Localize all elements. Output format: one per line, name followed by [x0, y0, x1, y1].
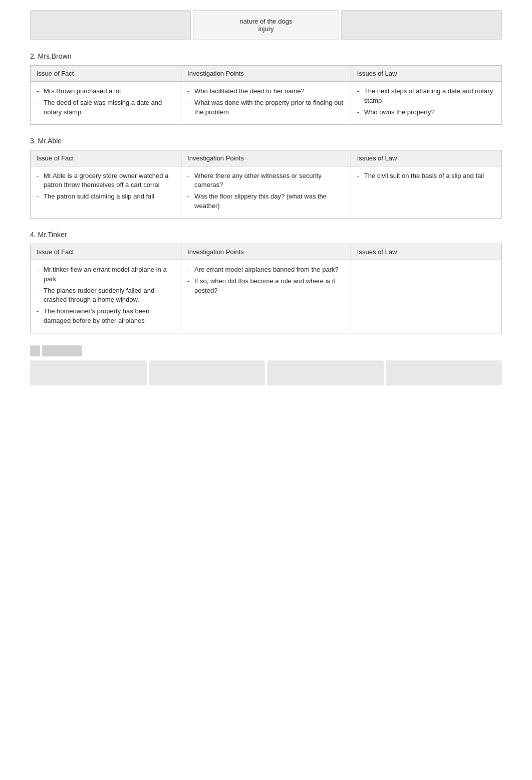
- top-cell-right: [341, 10, 502, 40]
- top-mid-text-line2: injury: [258, 25, 274, 33]
- section2-law-cell: The next steps of attaining a date and n…: [351, 82, 501, 125]
- section3-fact-cell: Mr.Able is a grocery store owner watched…: [31, 166, 181, 218]
- section3-law-cell: The civil suit on the basis of a slip an…: [351, 166, 501, 218]
- section4-header: 4. Mr.Tinker: [30, 231, 502, 239]
- list-item: Was the floor slippery this day? (what w…: [187, 192, 345, 211]
- blurred-cell-2: [149, 360, 265, 385]
- blurred-cell-1: [30, 360, 147, 385]
- section3-col-investigation: Investigation Points: [181, 150, 351, 166]
- list-item: The deed of sale was missing a date and …: [37, 98, 175, 117]
- list-item: The planes rudder suddenly failed and cr…: [37, 286, 175, 305]
- section2-col-investigation: Investigation Points: [181, 66, 351, 82]
- section3-header-row: Issue of Fact Investigation Points Issue…: [31, 150, 502, 166]
- section3-header: 3. Mr.Able: [30, 137, 502, 145]
- section2-law-list: The next steps of attaining a date and n…: [357, 87, 495, 117]
- section4-col-fact: Issue of Fact: [31, 244, 181, 260]
- blurred-name: [42, 345, 82, 356]
- section3-col-law: Issues of Law: [351, 150, 501, 166]
- top-mid-text-line1: nature of the dogs: [240, 18, 293, 25]
- section4-col-law: Issues of Law: [351, 244, 501, 260]
- section4-invest-list: Are errant model airplanes banned from t…: [187, 265, 345, 296]
- section4-table: Issue of Fact Investigation Points Issue…: [30, 244, 502, 333]
- section3-data-row: Mr.Able is a grocery store owner watched…: [31, 166, 502, 218]
- section2-col-law: Issues of Law: [351, 66, 501, 82]
- section2-invest-cell: Who facilitated the deed to her name? Wh…: [181, 82, 351, 125]
- section2-header: 2. Mrs.Brown: [30, 52, 502, 60]
- list-item: If so, when did this become a rule and w…: [187, 277, 345, 296]
- section4-header-row: Issue of Fact Investigation Points Issue…: [31, 244, 502, 260]
- list-item: What was done with the property prior to…: [187, 98, 345, 117]
- list-item: Mrs.Brown purchased a lot: [37, 87, 175, 96]
- list-item: Mr.tinker flew an errant model airplane …: [37, 265, 175, 284]
- blurred-number: [30, 345, 40, 356]
- top-cell-mid: nature of the dogs injury: [193, 10, 339, 40]
- list-item: The civil suit on the basis of a slip an…: [357, 171, 495, 181]
- list-item: The next steps of attaining a date and n…: [357, 87, 495, 106]
- top-cell-left: [30, 10, 191, 40]
- section3-fact-list: Mr.Able is a grocery store owner watched…: [37, 171, 175, 202]
- section2-table: Issue of Fact Investigation Points Issue…: [30, 65, 502, 125]
- list-item: Mr.Able is a grocery store owner watched…: [37, 171, 175, 190]
- blurred-cell-4: [386, 360, 502, 385]
- section4-fact-list: Mr.tinker flew an errant model airplane …: [37, 265, 175, 326]
- section2-fact-cell: Mrs.Brown purchased a lot The deed of sa…: [31, 82, 181, 125]
- section2-header-row: Issue of Fact Investigation Points Issue…: [31, 66, 502, 82]
- list-item: Where there any other witnesses or secur…: [187, 171, 345, 190]
- blurred-cell-3: [267, 360, 384, 385]
- top-row: nature of the dogs injury: [30, 10, 502, 40]
- bottom-section: [30, 345, 502, 385]
- section3-invest-cell: Where there any other witnesses or secur…: [181, 166, 351, 218]
- section4-invest-cell: Are errant model airplanes banned from t…: [181, 260, 351, 333]
- blurred-table: [30, 360, 502, 385]
- section4-law-cell: [351, 260, 501, 333]
- section4-data-row: Mr.tinker flew an errant model airplane …: [31, 260, 502, 333]
- section2-col-fact: Issue of Fact: [31, 66, 181, 82]
- section3-law-list: The civil suit on the basis of a slip an…: [357, 171, 495, 181]
- section3-table: Issue of Fact Investigation Points Issue…: [30, 150, 502, 219]
- list-item: Who owns the property?: [357, 108, 495, 117]
- list-item: Are errant model airplanes banned from t…: [187, 265, 345, 275]
- section4-col-investigation: Investigation Points: [181, 244, 351, 260]
- section3-col-fact: Issue of Fact: [31, 150, 181, 166]
- section3-invest-list: Where there any other witnesses or secur…: [187, 171, 345, 211]
- list-item: The homeowner's property has been damage…: [37, 307, 175, 326]
- blurred-label-row: [30, 345, 502, 356]
- section2-fact-list: Mrs.Brown purchased a lot The deed of sa…: [37, 87, 175, 117]
- list-item: Who facilitated the deed to her name?: [187, 87, 345, 96]
- section2-invest-list: Who facilitated the deed to her name? Wh…: [187, 87, 345, 117]
- section4-fact-cell: Mr.tinker flew an errant model airplane …: [31, 260, 181, 333]
- section2-data-row: Mrs.Brown purchased a lot The deed of sa…: [31, 82, 502, 125]
- list-item: The patron suid claiming a slip and fall: [37, 192, 175, 202]
